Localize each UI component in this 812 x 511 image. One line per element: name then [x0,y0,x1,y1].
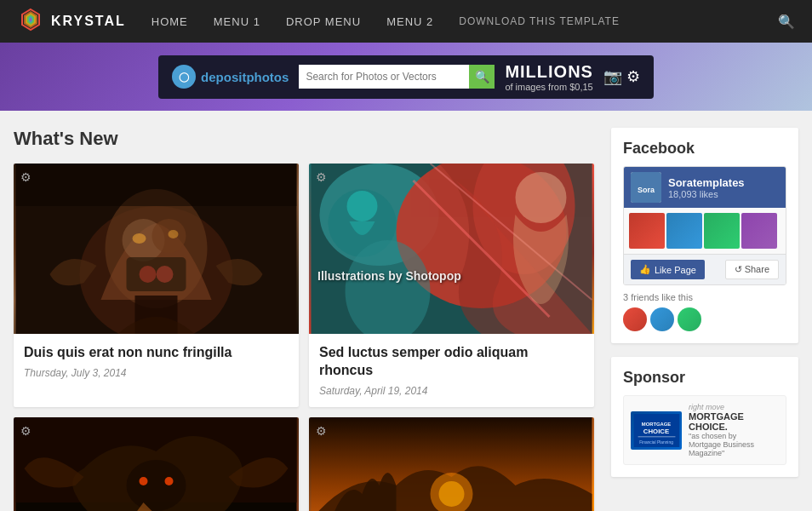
fb-header: Sora Soratemplates 18,093 likes [624,167,786,208]
nav-download[interactable]: DOWNLOAD THIS TEMPLATE [459,15,620,27]
svg-point-12 [140,266,157,283]
share-icon: ↺ [735,264,742,274]
post-image-3: ⚙ [14,417,299,511]
fb-likes-count: 18,093 likes [668,189,779,199]
fb-friend-avatars [623,307,786,331]
svg-point-13 [157,266,174,283]
svg-point-30 [127,460,186,511]
post-body-1: Duis quis erat non nunc fringilla Thursd… [14,334,299,389]
banner-headline: MILLIONS [505,62,593,82]
svg-text:MORTGAGE: MORTGAGE [641,421,671,426]
nav-right: 🔍 [778,14,795,30]
post-date-2: Saturday, April 19, 2014 [319,385,584,397]
post-thumbnail-3 [14,417,299,511]
svg-text:CHOICE: CHOICE [643,428,668,435]
sponsor-box[interactable]: MORTGAGE CHOICE Financial Planning right… [623,395,786,465]
settings-icon-2: ⚙ [316,170,327,184]
post-card-4[interactable]: ⚙ [309,417,594,511]
fb-thumb-4 [741,213,777,249]
svg-text:Financial Planning: Financial Planning [639,440,673,445]
posts-grid: ⚙ [14,164,594,511]
svg-point-26 [347,191,378,221]
fb-page-avatar: Sora [631,172,661,203]
svg-point-32 [165,477,174,485]
banner-inner: ◯ depositphotos 🔍 MILLIONS of images fro… [158,55,654,99]
post-card-3[interactable]: ⚙ [14,417,299,511]
settings-icon-1: ⚙ [20,170,31,184]
thumb-icon: 👍 [639,264,651,275]
post-thumbnail-1 [14,164,299,334]
main-content: What's New ⚙ [0,111,812,511]
fb-like-label: Like Page [655,265,696,275]
banner-search-button[interactable]: 🔍 [469,65,495,89]
post-title-1: Duis quis erat non nunc fringilla [24,344,289,362]
sidebar: Facebook Sora Soratemplates 18,093 likes [611,128,798,511]
svg-rect-16 [16,164,297,206]
nav-drop-menu[interactable]: DROP MENU [286,15,361,28]
facebook-widget: Facebook Sora Soratemplates 18,093 likes [611,128,798,343]
deposit-brand-name: depositphotos [201,70,289,84]
nav-menu2[interactable]: MENU 2 [386,15,433,28]
fb-friend-1 [623,307,647,331]
logo-icon [17,8,44,35]
post-card-1[interactable]: ⚙ [14,164,299,407]
banner: ◯ depositphotos 🔍 MILLIONS of images fro… [0,43,812,111]
post-thumbnail-4 [309,417,594,511]
nav-links: HOME MENU 1 DROP MENU MENU 2 DOWNLOAD TH… [152,15,620,28]
search-icon[interactable]: 🔍 [778,14,795,30]
fb-friends-label: 3 friends like this [623,292,786,302]
sponsor-name: MORTGAGE CHOICE. [689,411,779,432]
post-body-2: Sed luctus semper odio aliquam rhoncus S… [309,334,594,407]
posts-area: What's New ⚙ [14,128,594,511]
post-image-1: ⚙ [14,164,299,334]
banner-subtext: of images from $0,15 [505,82,593,92]
banner-search: 🔍 [299,65,495,89]
svg-text:Sora: Sora [638,186,655,194]
svg-point-15 [169,230,179,238]
sponsor-desc: "as chosen byMortgage Business Magazine" [689,432,779,457]
fb-share-label: Share [745,264,769,274]
svg-point-37 [439,481,465,507]
nav-menu1[interactable]: MENU 1 [214,15,260,28]
fb-page-info: Soratemplates 18,093 likes [668,176,779,199]
illustration-label: Illustrations by Shotopop [317,269,461,283]
post-date-1: Thursday, July 3, 2014 [24,367,289,379]
fb-thumb-2 [666,213,702,249]
fb-thumb-1 [629,213,665,249]
settings-icon-3: ⚙ [20,424,31,438]
logo-area[interactable]: KRYSTAL [17,8,126,35]
post-card-2[interactable]: ⚙ [309,164,594,407]
post-image-2: ⚙ [309,164,594,334]
svg-point-27 [516,172,567,223]
post-thumbnail-2: Illustrations by Shotopop [309,164,594,334]
nav-left: KRYSTAL HOME MENU 1 DROP MENU MENU 2 DOW… [17,8,620,35]
navbar: KRYSTAL HOME MENU 1 DROP MENU MENU 2 DOW… [0,0,812,43]
settings-icon-4: ⚙ [316,424,327,438]
fb-images-row [624,208,786,254]
fb-friend-2 [650,307,674,331]
banner-icons: 📷 ⚙ [603,67,640,86]
fb-page-name: Soratemplates [668,176,779,189]
logo-text: KRYSTAL [51,14,126,29]
svg-rect-43 [638,436,675,437]
sponsor-widget: Sponsor MORTGAGE CHOICE Financial Planni… [611,357,798,477]
deposit-logo: ◯ depositphotos [172,65,289,89]
post-image-4: ⚙ [309,417,594,511]
sponsor-logo: MORTGAGE CHOICE Financial Planning [631,411,682,450]
sponsor-info: right move MORTGAGE CHOICE. "as chosen b… [689,403,779,457]
fb-like-button[interactable]: 👍 Like Page [631,260,705,279]
sponsor-widget-title: Sponsor [623,369,786,387]
post-title-2: Sed luctus semper odio aliquam rhoncus [319,344,584,380]
banner-search-input[interactable] [299,65,469,89]
fb-actions: 👍 Like Page ↺ Share [624,254,786,284]
svg-point-31 [140,477,148,485]
facebook-box: Sora Soratemplates 18,093 likes [623,166,786,285]
banner-millions-block: MILLIONS of images from $0,15 [505,62,593,92]
svg-point-14 [133,233,146,244]
fb-friend-3 [678,307,701,331]
nav-home[interactable]: HOME [152,15,188,28]
section-title: What's New [14,128,594,150]
fb-share-button[interactable]: ↺ Share [725,260,779,279]
deposit-icon: ◯ [172,65,196,89]
sponsor-tagline: right move [689,403,779,411]
